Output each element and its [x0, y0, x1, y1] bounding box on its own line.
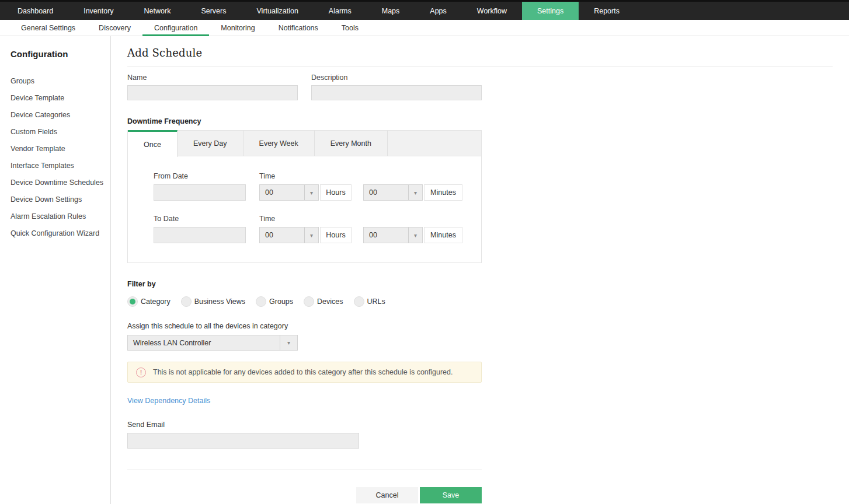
from-time-label: Time — [259, 172, 462, 180]
to-date-label: To Date — [154, 215, 246, 223]
downtime-frequency-label: Downtime Frequency — [127, 117, 482, 125]
downtime-frequency-tabs: Once Every Day Every Week Every Month — [127, 130, 482, 156]
radio-label: URLs — [367, 298, 385, 306]
topnav-item-maps[interactable]: Maps — [367, 2, 415, 20]
name-label: Name — [127, 74, 298, 82]
form-actions: Cancel Save — [127, 487, 482, 503]
radio-option-category[interactable]: Category — [127, 296, 171, 307]
sidebar-item-quick-configuration-wizard[interactable]: Quick Configuration Wizard — [11, 225, 110, 242]
to-hours-unit-label: Hours — [320, 227, 352, 243]
topnav-item-inventory[interactable]: Inventory — [68, 2, 128, 20]
tabstrip-filler — [388, 131, 481, 156]
radio-label: Category — [141, 298, 171, 306]
from-minutes-select[interactable]: 00 — [363, 184, 423, 201]
radio-label: Business Views — [194, 298, 245, 306]
send-email-input[interactable] — [127, 433, 359, 449]
tab-every-week[interactable]: Every Week — [243, 131, 315, 156]
subnav-item-discovery[interactable]: Discovery — [87, 20, 142, 36]
radio-unselected-icon[interactable] — [354, 296, 364, 307]
from-hours-unit-label: Hours — [320, 184, 352, 201]
to-date-input[interactable] — [154, 227, 246, 243]
radio-selected-icon[interactable] — [127, 296, 138, 307]
category-dropdown[interactable]: Wireless LAN Controller — [127, 335, 298, 351]
send-email-label: Send Email — [127, 421, 482, 429]
sidebar-item-device-template[interactable]: Device Template — [11, 90, 110, 107]
sidebar-item-groups[interactable]: Groups — [11, 73, 110, 90]
sidebar-item-interface-templates[interactable]: Interface Templates — [11, 158, 110, 174]
from-date-input[interactable] — [154, 184, 246, 201]
warning-text: This is not applicable for any devices a… — [153, 368, 453, 376]
to-time-label: Time — [259, 215, 462, 223]
add-schedule-form: Add Schedule Name Description Downtime F… — [111, 36, 849, 504]
to-minutes-value: 00 — [364, 228, 408, 243]
radio-unselected-icon[interactable] — [304, 296, 314, 307]
topnav-item-network[interactable]: Network — [129, 2, 186, 20]
settings-sub-navigation: General Settings Discovery Configuration… — [0, 20, 849, 36]
title-divider — [127, 66, 833, 66]
filter-by-label: Filter by — [127, 280, 482, 288]
topnav-item-apps[interactable]: Apps — [415, 2, 462, 20]
caret-down-icon[interactable] — [304, 185, 318, 200]
to-minutes-unit-label: Minutes — [424, 227, 462, 243]
from-minutes-unit-label: Minutes — [424, 184, 462, 201]
topnav-item-virtualization[interactable]: Virtualization — [242, 2, 314, 20]
radio-option-groups[interactable]: Groups — [256, 296, 293, 307]
from-date-label: From Date — [154, 172, 246, 180]
radio-unselected-icon[interactable] — [256, 296, 266, 307]
topnav-item-reports[interactable]: Reports — [579, 2, 635, 20]
subnav-item-configuration[interactable]: Configuration — [142, 20, 209, 36]
footer-divider — [127, 470, 482, 470]
sidebar-item-vendor-template[interactable]: Vendor Template — [11, 141, 110, 158]
topnav-item-settings[interactable]: Settings — [522, 2, 579, 20]
assign-category-label: Assign this schedule to all the devices … — [127, 322, 482, 330]
once-tab-panel: From Date Time 00 Hours — [127, 156, 482, 263]
tab-every-month[interactable]: Every Month — [315, 131, 388, 156]
top-navigation: Dashboard Inventory Network Servers Virt… — [0, 2, 849, 20]
description-label: Description — [311, 74, 482, 82]
tab-every-day[interactable]: Every Day — [178, 131, 243, 156]
radio-option-urls[interactable]: URLs — [354, 296, 385, 307]
from-hours-value: 00 — [260, 185, 304, 200]
sidebar-item-alarm-escalation-rules[interactable]: Alarm Escalation Rules — [11, 208, 110, 225]
subnav-item-tools[interactable]: Tools — [330, 20, 370, 36]
category-warning-banner: This is not applicable for any devices a… — [127, 362, 482, 383]
subnav-item-monitoring[interactable]: Monitoring — [209, 20, 266, 36]
radio-unselected-icon[interactable] — [181, 296, 192, 307]
radio-option-devices[interactable]: Devices — [304, 296, 343, 307]
category-dropdown-value: Wireless LAN Controller — [128, 335, 280, 350]
caret-down-icon[interactable] — [408, 185, 422, 200]
topnav-item-servers[interactable]: Servers — [186, 2, 241, 20]
page-title: Add Schedule — [127, 47, 849, 59]
sidebar-item-device-downtime-schedules[interactable]: Device Downtime Schedules — [11, 174, 110, 191]
sidebar-item-custom-fields[interactable]: Custom Fields — [11, 124, 110, 141]
to-hours-value: 00 — [260, 228, 304, 243]
from-minutes-value: 00 — [364, 185, 408, 200]
radio-option-business-views[interactable]: Business Views — [181, 296, 245, 307]
to-minutes-select[interactable]: 00 — [363, 227, 423, 243]
sidebar-item-device-down-settings[interactable]: Device Down Settings — [11, 191, 110, 208]
caret-down-icon[interactable] — [304, 228, 318, 243]
filter-radio-group: Category Business Views Groups Devices U… — [127, 296, 482, 307]
from-hours-select[interactable]: 00 — [259, 184, 319, 201]
radio-label: Devices — [317, 298, 343, 306]
alert-circle-icon — [136, 368, 146, 377]
view-dependency-details-link[interactable]: View Dependency Details — [127, 397, 210, 405]
radio-label: Groups — [269, 298, 293, 306]
caret-down-icon[interactable] — [408, 228, 422, 243]
save-button[interactable]: Save — [420, 487, 482, 503]
sidebar-item-device-categories[interactable]: Device Categories — [11, 107, 110, 124]
topnav-item-alarms[interactable]: Alarms — [314, 2, 367, 20]
configuration-sidebar: Configuration Groups Device Template Dev… — [0, 36, 111, 504]
tab-once[interactable]: Once — [128, 130, 178, 157]
subnav-item-notifications[interactable]: Notifications — [267, 20, 330, 36]
description-input[interactable] — [311, 85, 482, 100]
to-hours-select[interactable]: 00 — [259, 227, 319, 243]
sidebar-title: Configuration — [11, 49, 110, 59]
topnav-item-workflow[interactable]: Workflow — [462, 2, 522, 20]
cancel-button[interactable]: Cancel — [356, 487, 418, 503]
name-input[interactable] — [127, 85, 298, 100]
caret-down-icon[interactable] — [280, 335, 297, 350]
topnav-item-dashboard[interactable]: Dashboard — [2, 2, 68, 20]
subnav-item-general-settings[interactable]: General Settings — [9, 20, 87, 36]
